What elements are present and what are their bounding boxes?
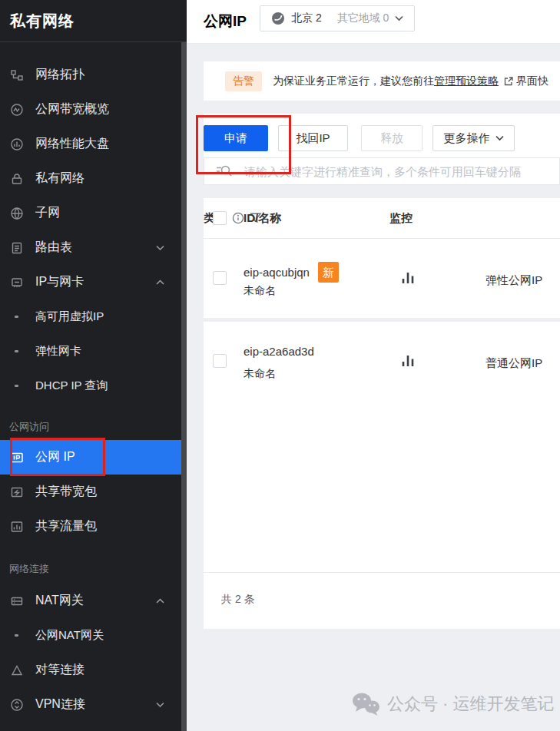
topology-icon (9, 68, 24, 82)
region-current: 北京 2 (291, 12, 322, 25)
bullet-icon (9, 316, 24, 318)
sidebar-item-vpn[interactable]: VPN连接 (0, 687, 181, 722)
alert-badge: 告警 (225, 71, 262, 91)
chevron-down-icon[interactable] (156, 702, 164, 708)
chevron-down-icon (395, 15, 403, 22)
sidebar-item-network-performance[interactable]: 网络性能大盘 (0, 127, 181, 161)
region-selector[interactable]: 北京 2 其它地域 0 (260, 5, 415, 31)
sidebar-item-label: DHCP IP 查询 (35, 379, 108, 393)
alert-policy-link[interactable]: 管理预设策略 (434, 74, 499, 88)
sidebar-item-public-ip[interactable]: 公网 IP (0, 440, 181, 475)
pagination-bar: 共 2 条 (204, 572, 560, 630)
total-count: 共 2 条 (221, 593, 255, 607)
alert-banner: 告警 为保证业务正常运行，建议您前往管理预设策略界面快 (204, 61, 560, 101)
sidebar-item-label: 高可用虚拟IP (35, 309, 104, 324)
sidebar-item-shared-bandwidth[interactable]: 共享带宽包 (0, 475, 181, 509)
sidebar-item-label: IP与网卡 (35, 274, 84, 290)
sidebar-item-route-table[interactable]: 路由表 (0, 230, 181, 265)
new-badge: 新 (318, 262, 339, 283)
wechat-icon (352, 692, 379, 716)
region-other: 其它地域 0 (337, 12, 389, 25)
sidebar-item-label: 公网NAT网关 (35, 628, 104, 643)
vpn-icon (9, 697, 24, 712)
sidebar-item-public-nat-gateway[interactable]: 公网NAT网关 (0, 618, 181, 653)
peering-connection-icon (9, 663, 24, 677)
eip-table: ID/名称 监控 类型 eip-aqcubjqn 新 未命名 弹性公网IP ei… (204, 198, 560, 629)
monitor-chart-icon[interactable] (400, 352, 416, 369)
watermark-text: 公众号 · 运维开发笔记 (387, 693, 555, 716)
external-link-icon[interactable] (503, 76, 514, 87)
table-row[interactable]: eip-aqcubjqn 新 未命名 弹性公网IP (204, 239, 560, 318)
eip-id[interactable]: eip-aqcubjqn (244, 266, 310, 279)
network-card-icon (9, 275, 24, 289)
document-icon (9, 240, 24, 255)
globe-icon (9, 206, 24, 220)
eip-id-cell: eip-a2a6ad3d (244, 345, 314, 358)
monitor-chart-icon[interactable] (400, 270, 416, 286)
eip-id[interactable]: eip-a2a6ad3d (244, 345, 314, 358)
sidebar-scrollbar[interactable] (181, 42, 187, 731)
eip-id-cell: eip-aqcubjqn 新 (244, 262, 339, 283)
sidebar-item-label: 子网 (35, 205, 60, 221)
lock-icon (9, 171, 24, 186)
release-button-disabled[interactable]: 释放 (361, 125, 422, 151)
performance-dashboard-icon (9, 137, 24, 151)
apply-button[interactable]: 申请 (204, 125, 268, 151)
sidebar-item-shared-traffic[interactable]: 共享流量包 (0, 509, 181, 544)
sidebar-item-label: NAT网关 (35, 593, 84, 609)
action-card: 申请 找回IP 释放 更多操作 (204, 114, 560, 185)
reclaim-ip-button[interactable]: 找回IP (278, 125, 348, 151)
sidebar-item-label: 公网带宽概览 (35, 101, 109, 117)
alert-text-after: 界面快 (516, 74, 548, 88)
sidebar-item-private-network[interactable]: 私有网络 (0, 161, 181, 196)
alert-text-before: 为保证业务正常运行，建议您前往 (273, 74, 434, 88)
sidebar-item-subnet[interactable]: 子网 (0, 196, 181, 230)
info-icon[interactable] (232, 212, 244, 224)
row-checkbox[interactable] (213, 271, 227, 285)
filter-search-icon (216, 164, 233, 178)
sidebar-item-network-topology[interactable]: 网络拓扑 (0, 58, 181, 92)
eip-name: 未命名 (244, 284, 276, 298)
sidebar-item-label: 弹性网卡 (35, 344, 81, 359)
public-ip-icon (9, 450, 24, 465)
sidebar-item-label: 私有网络 (35, 170, 84, 187)
sidebar-item-label: 对等连接 (35, 662, 84, 678)
sidebar-item-label: 网络拓扑 (35, 67, 84, 83)
sidebar-item-bandwidth-overview[interactable]: 公网带宽概览 (0, 92, 181, 127)
sidebar-item-label: 公网 IP (35, 449, 75, 465)
sidebar-item-dhcp-ip-query[interactable]: DHCP IP 查询 (0, 369, 181, 403)
main-header: 公网IP 北京 2 其它地域 0 (187, 0, 560, 44)
search-bar (204, 157, 560, 185)
more-actions-label: 更多操作 (444, 131, 490, 146)
sidebar-section-network-connection: 网络连接 (0, 544, 181, 584)
eip-type: 普通公网IP (485, 356, 542, 371)
more-actions-button[interactable]: 更多操作 (432, 125, 515, 151)
sidebar-item-peering[interactable]: 对等连接 (0, 653, 181, 687)
page-title: 公网IP (204, 0, 247, 43)
shared-bandwidth-icon (9, 485, 24, 499)
sidebar-nav: 网络拓扑 公网带宽概览 网络性能大盘 私有网络 子网 路由表 (0, 58, 181, 722)
sidebar-item-elastic-nic[interactable]: 弹性网卡 (0, 334, 181, 369)
bullet-icon (9, 385, 24, 387)
eip-type: 弹性公网IP (485, 273, 542, 288)
sidebar-item-nat-gateway[interactable]: NAT网关 (0, 584, 181, 618)
row-checkbox[interactable] (213, 354, 227, 368)
sidebar-item-ip-and-nic[interactable]: IP与网卡 (0, 265, 181, 299)
chevron-up-icon[interactable] (156, 598, 164, 604)
shared-traffic-icon (9, 519, 24, 534)
chevron-up-icon[interactable] (156, 280, 164, 286)
watermark: 公众号 · 运维开发笔记 (352, 692, 555, 716)
chevron-down-icon[interactable] (156, 245, 164, 251)
region-globe-icon (271, 12, 285, 25)
column-header-monitor: 监控 (389, 198, 413, 238)
search-input[interactable] (243, 164, 559, 179)
sidebar-item-label: VPN连接 (35, 696, 85, 713)
chevron-down-icon (495, 135, 504, 141)
sidebar-item-label: 路由表 (35, 240, 72, 256)
bullet-icon (9, 350, 24, 352)
eip-name: 未命名 (244, 367, 276, 381)
select-all-checkbox[interactable] (213, 211, 227, 225)
table-row[interactable]: eip-a2a6ad3d 未命名 普通公网IP (204, 322, 560, 401)
sidebar-item-ha-virtual-ip[interactable]: 高可用虚拟IP (0, 299, 181, 334)
bullet-icon (9, 634, 24, 637)
